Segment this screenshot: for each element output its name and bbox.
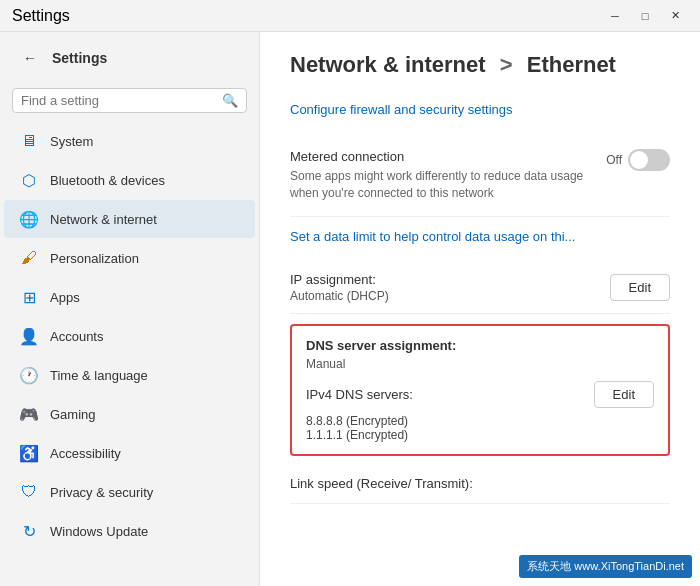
firewall-link[interactable]: Configure firewall and security settings	[290, 102, 670, 117]
ip-label: IP assignment:	[290, 272, 389, 287]
settings-window: Settings ─ □ ✕ ← Settings 🔍 🖥	[0, 0, 700, 586]
sidebar-item-apps[interactable]: ⊞ Apps	[4, 278, 255, 316]
metered-control: Off	[606, 149, 670, 171]
ip-info: IP assignment: Automatic (DHCP)	[290, 272, 389, 303]
sidebar-item-label-apps: Apps	[50, 290, 80, 305]
personalization-icon: 🖌	[20, 249, 38, 267]
dns-servers: 8.8.8.8 (Encrypted) 1.1.1.1 (Encrypted)	[306, 414, 654, 442]
network-icon: 🌐	[20, 210, 38, 228]
breadcrumb-parent: Network & internet	[290, 52, 486, 77]
sidebar-item-gaming[interactable]: 🎮 Gaming	[4, 395, 255, 433]
breadcrumb-sep: >	[500, 52, 513, 77]
search-input[interactable]	[21, 93, 216, 108]
dns-title: DNS server assignment: Manual	[306, 338, 456, 375]
data-limit-link[interactable]: Set a data limit to help control data us…	[290, 229, 670, 244]
sidebar-item-label-personalization: Personalization	[50, 251, 139, 266]
time-icon: 🕐	[20, 366, 38, 384]
sidebar-item-bluetooth[interactable]: ⬡ Bluetooth & devices	[4, 161, 255, 199]
back-icon: ←	[23, 50, 37, 66]
link-speed-label: Link speed (Receive/ Transmit):	[290, 476, 670, 491]
system-icon: 🖥	[20, 132, 38, 150]
sidebar-item-system[interactable]: 🖥 System	[4, 122, 255, 160]
dns-section: DNS server assignment: Manual IPv4 DNS s…	[290, 324, 670, 456]
dns-header-row: DNS server assignment: Manual	[306, 338, 654, 375]
ip-value: Automatic (DHCP)	[290, 289, 389, 303]
titlebar-controls: ─ □ ✕	[602, 6, 688, 26]
search-icon: 🔍	[222, 93, 238, 108]
titlebar-left: Settings	[12, 7, 70, 25]
metered-label: Metered connection	[290, 149, 606, 164]
sidebar-item-label-time: Time & language	[50, 368, 148, 383]
sidebar-header: ← Settings	[0, 32, 259, 80]
ip-edit-button[interactable]: Edit	[610, 274, 670, 301]
metered-connection-row: Metered connection Some apps might work …	[290, 135, 670, 217]
dns-server-1: 8.8.8.8 (Encrypted)	[306, 414, 654, 428]
watermark-text: 系统天地	[527, 560, 571, 572]
sidebar-item-privacy[interactable]: 🛡 Privacy & security	[4, 473, 255, 511]
watermark-url: www.XiTongTianDi.net	[574, 560, 684, 572]
sidebar-item-accounts[interactable]: 👤 Accounts	[4, 317, 255, 355]
dns-edit-button[interactable]: Edit	[594, 381, 654, 408]
sidebar-item-personalization[interactable]: 🖌 Personalization	[4, 239, 255, 277]
sidebar-item-label-accessibility: Accessibility	[50, 446, 121, 461]
settings-main-panel: Network & internet > Ethernet Configure …	[260, 32, 700, 586]
sidebar-item-label-privacy: Privacy & security	[50, 485, 153, 500]
bluetooth-icon: ⬡	[20, 171, 38, 189]
gaming-icon: 🎮	[20, 405, 38, 423]
main-content: ← Settings 🔍 🖥 System ⬡ Bluetooth & devi…	[0, 32, 700, 586]
sidebar-item-accessibility[interactable]: ♿ Accessibility	[4, 434, 255, 472]
watermark: 系统天地 www.XiTongTianDi.net	[519, 555, 692, 578]
sidebar-item-network[interactable]: 🌐 Network & internet	[4, 200, 255, 238]
sidebar-item-label-accounts: Accounts	[50, 329, 103, 344]
sidebar-item-label-gaming: Gaming	[50, 407, 96, 422]
privacy-icon: 🛡	[20, 483, 38, 501]
sidebar: ← Settings 🔍 🖥 System ⬡ Bluetooth & devi…	[0, 32, 260, 586]
breadcrumb-current: Ethernet	[527, 52, 616, 77]
metered-info: Metered connection Some apps might work …	[290, 149, 606, 202]
dns-sub: Manual	[306, 357, 456, 371]
dns-server-2: 1.1.1.1 (Encrypted)	[306, 428, 654, 442]
toggle-knob	[630, 151, 648, 169]
nav-list: 🖥 System ⬡ Bluetooth & devices 🌐 Network…	[0, 121, 259, 551]
close-button[interactable]: ✕	[662, 6, 688, 26]
sidebar-item-label-update: Windows Update	[50, 524, 148, 539]
minimize-button[interactable]: ─	[602, 6, 628, 26]
page-header: Network & internet > Ethernet	[290, 52, 670, 78]
sidebar-item-update[interactable]: ↻ Windows Update	[4, 512, 255, 550]
metered-toggle[interactable]	[628, 149, 670, 171]
metered-desc: Some apps might work differently to redu…	[290, 168, 606, 202]
accounts-icon: 👤	[20, 327, 38, 345]
dns-ipv4-label: IPv4 DNS servers:	[306, 387, 413, 402]
sidebar-title: Settings	[52, 50, 107, 66]
update-icon: ↻	[20, 522, 38, 540]
accessibility-icon: ♿	[20, 444, 38, 462]
dns-ipv4-row: IPv4 DNS servers: Edit	[306, 381, 654, 408]
titlebar-title: Settings	[12, 7, 70, 25]
link-speed-row: Link speed (Receive/ Transmit):	[290, 466, 670, 504]
ip-assignment-row: IP assignment: Automatic (DHCP) Edit	[290, 262, 670, 314]
sidebar-item-label-network: Network & internet	[50, 212, 157, 227]
back-button[interactable]: ←	[16, 44, 44, 72]
maximize-button[interactable]: □	[632, 6, 658, 26]
dns-title-text: DNS server assignment:	[306, 338, 456, 353]
sidebar-item-label-system: System	[50, 134, 93, 149]
titlebar: Settings ─ □ ✕	[0, 0, 700, 32]
metered-state: Off	[606, 153, 622, 167]
sidebar-item-label-bluetooth: Bluetooth & devices	[50, 173, 165, 188]
search-box[interactable]: 🔍	[12, 88, 247, 113]
apps-icon: ⊞	[20, 288, 38, 306]
sidebar-item-time[interactable]: 🕐 Time & language	[4, 356, 255, 394]
